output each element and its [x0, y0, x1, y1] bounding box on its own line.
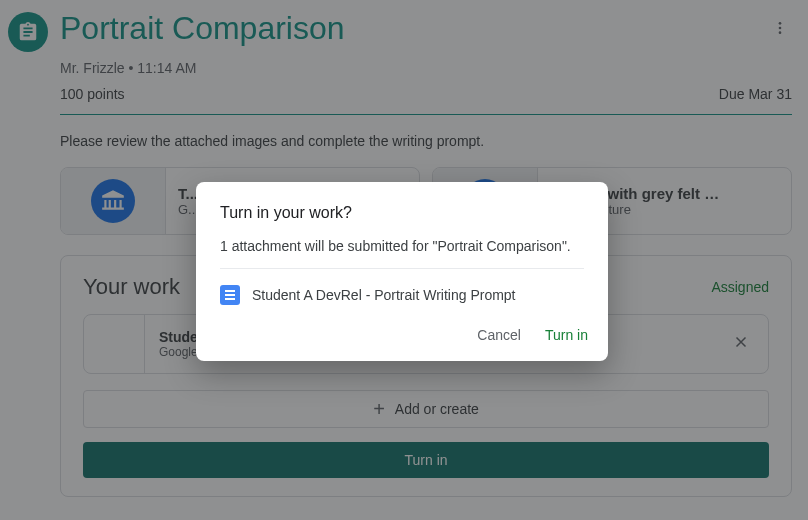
dialog-body: 1 attachment will be submitted for "Port… [196, 238, 608, 268]
confirm-turn-in-button[interactable]: Turn in [545, 327, 588, 343]
dialog-attachment-name: Student A DevRel - Portrait Writing Prom… [252, 287, 516, 303]
google-doc-icon [220, 285, 240, 305]
dialog-actions: Cancel Turn in [196, 323, 608, 361]
cancel-button[interactable]: Cancel [477, 327, 521, 343]
dialog-attachment: Student A DevRel - Portrait Writing Prom… [196, 269, 608, 323]
turn-in-dialog: Turn in your work? 1 attachment will be … [196, 182, 608, 361]
dialog-title: Turn in your work? [196, 182, 608, 238]
page-root: Portrait Comparison Mr. Frizzle • 11:14 … [0, 0, 808, 520]
